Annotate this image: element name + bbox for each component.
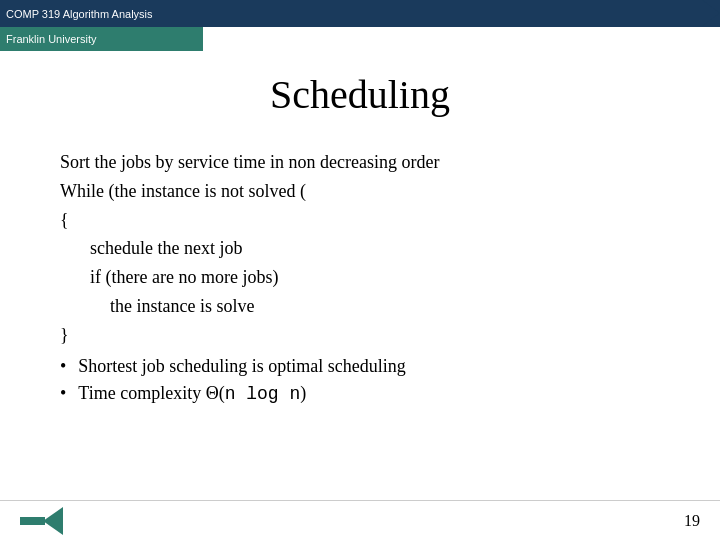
line-3: {: [60, 206, 660, 235]
top-bar-arrow: [702, 0, 720, 26]
line-6: the instance is solve: [110, 292, 660, 321]
bottom-bar: 19: [0, 500, 720, 540]
course-title: COMP 319 Algorithm Analysis: [6, 8, 153, 20]
line-4: schedule the next job: [90, 234, 660, 263]
bullet2-math: n log n: [225, 384, 301, 404]
top-bar: COMP 319 Algorithm Analysis: [0, 0, 720, 27]
line-1: Sort the jobs by service time in non dec…: [60, 148, 660, 177]
main-content: Scheduling Sort the jobs by service time…: [0, 51, 720, 500]
university-name: Franklin University: [6, 33, 96, 45]
page-heading: Scheduling: [60, 71, 660, 118]
bullet-dot-1: •: [60, 356, 66, 377]
bullet-item-1: • Shortest job scheduling is optimal sch…: [60, 356, 660, 377]
line-2: While (the instance is not solved (: [60, 177, 660, 206]
bullet-text-1: Shortest job scheduling is optimal sched…: [78, 356, 405, 377]
nav-arrow-body: [20, 517, 45, 525]
nav-arrow-left-icon: [43, 507, 63, 535]
line-5: if (there are no more jobs): [90, 263, 660, 292]
nav-left[interactable]: [20, 507, 63, 535]
subtitle-bar: Franklin University: [0, 27, 203, 51]
page-number: 19: [684, 512, 700, 530]
bullet-text-2: Time complexity Θ(n log n): [78, 383, 306, 404]
bullet-item-2: • Time complexity Θ(n log n): [60, 383, 660, 404]
line-7: }: [60, 321, 660, 350]
bullet-dot-2: •: [60, 383, 66, 404]
bullet2-prefix: Time complexity Θ(: [78, 383, 224, 403]
bullet2-suffix: ): [300, 383, 306, 403]
